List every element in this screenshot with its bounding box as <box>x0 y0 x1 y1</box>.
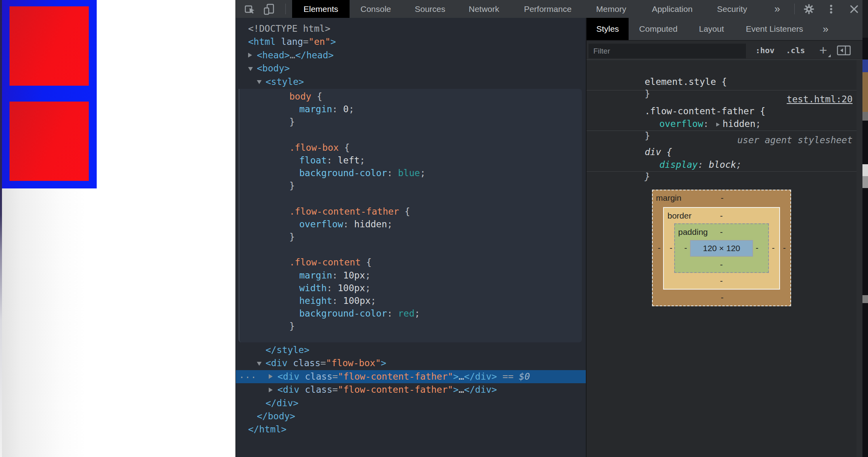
toggle-element-state-button[interactable]: :hov <box>755 41 774 60</box>
dom-tree-row[interactable]: <div class="flow-content-father">…</div> <box>236 383 586 396</box>
inspect-element-icon[interactable] <box>244 3 256 15</box>
css-code-line[interactable]: margin: 10px; <box>239 269 582 282</box>
code-token: { <box>339 142 350 153</box>
tab-elements[interactable]: Elements <box>292 0 350 18</box>
element-classes-button[interactable]: .cls <box>786 41 805 60</box>
dom-tree-row[interactable]: </div> <box>236 397 586 410</box>
settings-gear-icon[interactable] <box>803 4 814 15</box>
css-code-line[interactable]: .flow-box { <box>239 141 582 154</box>
code-token: </div> <box>464 384 497 395</box>
dom-tree-row[interactable]: ...<div class="flow-content-father">…</d… <box>236 370 586 383</box>
background-window-fragment <box>862 0 868 38</box>
tab-network[interactable]: Network <box>468 0 499 18</box>
code-token: body <box>289 91 311 102</box>
css-code-line[interactable]: height: 100px; <box>239 294 582 307</box>
css-code-line[interactable]: float: left; <box>239 154 582 167</box>
css-code-line[interactable]: overflow: hidden; <box>239 218 582 230</box>
tab-event-listeners[interactable]: Event Listeners <box>746 18 803 40</box>
stylesheet-source-link[interactable]: test.html:20 <box>787 93 853 105</box>
more-sidebar-tabs-chevron-icon[interactable]: » <box>823 18 828 40</box>
tab-security[interactable]: Security <box>717 0 747 18</box>
tab-performance[interactable]: Performance <box>524 0 572 18</box>
row-actions-ellipsis[interactable]: ... <box>239 369 257 382</box>
css-code-line[interactable]: width: 100px; <box>239 282 582 294</box>
css-code-line[interactable] <box>239 243 582 256</box>
style-rule-close: } <box>587 118 860 130</box>
css-code-line[interactable]: } <box>239 320 582 332</box>
margin-left-value[interactable]: - <box>657 243 661 253</box>
css-code-line[interactable]: .flow-content { <box>239 256 582 269</box>
screenshot-stage: Elements Console Sources Network Perform… <box>0 0 868 457</box>
tab-computed[interactable]: Computed <box>639 18 678 40</box>
page-shadow <box>2 188 107 457</box>
style-declaration[interactable]: display: block; <box>587 147 868 159</box>
device-toolbar-icon[interactable] <box>263 3 275 15</box>
style-rule-header[interactable]: .flow-content-father { test.html:20 <box>587 93 860 105</box>
expand-arrow-icon[interactable] <box>269 388 273 392</box>
padding-right-value[interactable]: - <box>755 243 759 253</box>
css-code-line[interactable]: } <box>239 115 582 128</box>
tab-layout[interactable]: Layout <box>699 18 724 40</box>
border-bottom-value[interactable]: - <box>719 276 723 286</box>
css-code-line[interactable]: body { <box>239 90 582 103</box>
code-token: = <box>332 384 338 395</box>
box-model-border[interactable]: border - - - - padding - - - - 120 × 120 <box>663 207 780 290</box>
tab-sources[interactable]: Sources <box>415 0 445 18</box>
collapse-arrow-icon[interactable] <box>257 362 262 366</box>
border-right-value[interactable]: - <box>771 243 775 253</box>
styles-filter-input[interactable] <box>589 44 746 58</box>
css-code-line[interactable] <box>239 192 582 205</box>
padding-bottom-value[interactable]: - <box>719 260 723 269</box>
collapse-arrow-icon[interactable] <box>248 67 253 71</box>
code-token: { <box>361 257 372 267</box>
border-left-value[interactable]: - <box>669 243 673 253</box>
dom-tree-row[interactable]: <html lang="en"> <box>236 35 586 48</box>
tab-console[interactable]: Console <box>360 0 391 18</box>
tab-memory[interactable]: Memory <box>596 0 626 18</box>
padding-top-value[interactable]: - <box>719 227 723 237</box>
style-rule-header[interactable]: div { user agent stylesheet <box>587 134 860 146</box>
close-icon[interactable] <box>849 4 860 15</box>
box-model-margin[interactable]: margin - - - - border - - - - padding - … <box>652 190 791 306</box>
css-code-line[interactable]: } <box>239 179 582 192</box>
new-style-rule-button[interactable]: + <box>817 43 829 58</box>
flow-content-red-1 <box>10 6 89 86</box>
padding-left-value[interactable]: - <box>684 243 688 253</box>
tab-styles[interactable]: Styles <box>587 18 629 40</box>
dom-tree-row[interactable]: <body> <box>236 62 586 75</box>
css-code-line[interactable]: .flow-content-father { <box>239 205 582 218</box>
box-model-padding[interactable]: padding - - - - 120 × 120 <box>674 223 769 273</box>
border-top-value[interactable]: - <box>719 211 723 221</box>
collapse-arrow-icon[interactable] <box>257 80 262 84</box>
dom-tree-row[interactable]: <!DOCTYPE html> <box>236 22 586 35</box>
code-token: class <box>299 384 332 395</box>
style-rule-header[interactable]: element.style { <box>587 64 860 76</box>
expand-arrow-icon[interactable] <box>269 374 273 379</box>
dom-tree-row[interactable]: <style> <box>236 75 586 88</box>
css-code-line[interactable]: margin: 0; <box>239 103 582 115</box>
dom-tree-row[interactable]: </html> <box>236 423 586 436</box>
more-tabs-chevron-icon[interactable]: » <box>774 0 780 18</box>
box-model-content[interactable]: 120 × 120 <box>690 240 753 257</box>
kebab-menu-icon[interactable] <box>826 4 837 15</box>
dom-tree-row[interactable]: <head>…</head> <box>236 49 586 62</box>
sidebar-position-toggle-icon[interactable] <box>837 45 851 56</box>
inline-stylesheet-editor: body {margin: 0;}.flow-box {float: left;… <box>239 89 582 342</box>
dom-tree-row[interactable]: </style> <box>236 344 586 357</box>
css-code-line[interactable]: } <box>239 230 582 243</box>
margin-right-value[interactable]: - <box>782 243 786 253</box>
code-token: </div> <box>464 371 497 382</box>
css-code-line[interactable]: background-color: red; <box>239 307 582 320</box>
dom-tree-row[interactable]: </body> <box>236 410 586 423</box>
tab-application[interactable]: Application <box>652 0 693 18</box>
styles-filter-bar: :hov .cls + <box>587 41 864 60</box>
dom-tree-row[interactable]: <div class="flow-box"> <box>236 357 586 370</box>
style-declaration[interactable]: overflow: hidden; <box>587 106 868 118</box>
devtools-toolbar: Elements Console Sources Network Perform… <box>236 0 863 18</box>
css-code-line[interactable] <box>239 129 582 141</box>
margin-top-value[interactable]: - <box>720 193 724 203</box>
margin-bottom-value[interactable]: - <box>720 293 724 302</box>
css-code-line[interactable]: background-color: blue; <box>239 167 582 179</box>
expand-arrow-icon[interactable] <box>248 53 252 58</box>
code-token: ; <box>387 219 393 229</box>
